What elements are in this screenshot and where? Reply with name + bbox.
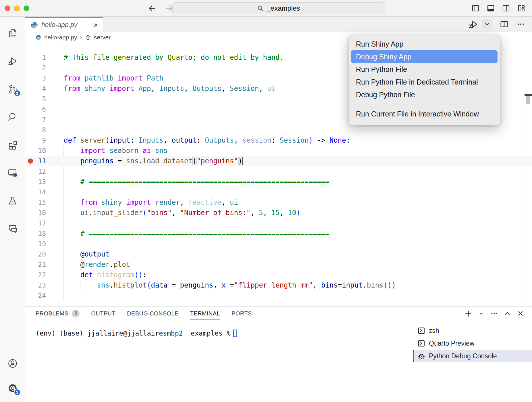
code-text: def histogram():	[64, 270, 147, 280]
menu-item[interactable]: Run Shiny App	[351, 38, 498, 50]
code-line[interactable]: 16 ui.input_slider("bins", "Number of bi…	[25, 208, 532, 218]
line-number: 19	[25, 239, 46, 249]
search-query: _examples	[267, 4, 300, 12]
explorer-icon[interactable]	[7, 28, 18, 39]
terminal-list-item[interactable]: Quarto Preview	[413, 337, 532, 350]
code-line[interactable]: 20 @output	[25, 249, 532, 259]
code-line[interactable]: 17	[25, 218, 532, 228]
close-panel-icon[interactable]	[517, 310, 524, 317]
breadcrumb-symbol[interactable]: server	[94, 34, 111, 41]
line-number: 1	[25, 52, 46, 63]
source-control-icon[interactable]: 2	[7, 84, 18, 94]
panel-tab-terminal[interactable]: TERMINAL	[190, 307, 220, 320]
code-line[interactable]: 21 @render.plot	[25, 259, 532, 270]
code-line[interactable]: 14	[25, 187, 532, 197]
menu-separator	[354, 104, 495, 104]
code-line[interactable]: 22 def histogram():	[25, 270, 532, 280]
breadcrumb-separator: ›	[80, 34, 82, 41]
minimize-window-button[interactable]	[14, 5, 20, 11]
terminal-list-label: Quarto Preview	[429, 340, 475, 347]
code-line[interactable]: 12	[25, 166, 532, 177]
python-file-icon	[30, 21, 38, 29]
terminal-dropdown-chevron-icon[interactable]	[478, 311, 484, 317]
remote-explorer-icon[interactable]	[7, 168, 18, 178]
breadcrumb-file[interactable]: hello-app.py	[44, 34, 77, 41]
toggle-panel-icon[interactable]	[487, 4, 495, 12]
panel-tab-debug-console[interactable]: DEBUG CONSOLE	[127, 307, 179, 320]
code-line[interactable]: 19	[25, 239, 532, 249]
code-text: penguins = sns.load_dataset("penguins")	[64, 156, 243, 166]
chat-icon[interactable]	[7, 223, 18, 234]
account-icon[interactable]	[7, 358, 18, 369]
code-text: from shiny import render, reactive, ui	[64, 197, 238, 208]
panel-tab-output[interactable]: OUTPUT	[91, 307, 115, 320]
breakpoint-icon[interactable]	[28, 158, 33, 164]
code-line[interactable]: 24	[25, 290, 532, 301]
run-dropdown-chevron-icon[interactable]	[482, 19, 492, 29]
split-editor-icon[interactable]	[500, 20, 508, 28]
code-text: # ======================================…	[64, 177, 329, 187]
code-text: @output	[64, 249, 109, 259]
search-icon[interactable]	[7, 112, 18, 122]
line-number: 7	[25, 114, 46, 125]
menu-item[interactable]: Debug Python File	[351, 88, 498, 101]
customize-layout-icon[interactable]	[517, 4, 525, 12]
toggle-primary-sidebar-icon[interactable]	[472, 4, 479, 12]
code-line[interactable]: 15 from shiny import render, reactive, u…	[25, 197, 532, 208]
maximize-panel-icon[interactable]	[504, 310, 511, 317]
line-number: 14	[25, 187, 46, 197]
panel-tab-ports[interactable]: PORTS	[232, 307, 252, 320]
menu-item[interactable]: Debug Shiny App	[351, 50, 498, 63]
code-text: # This file generated by Quarto; do not …	[64, 52, 284, 63]
panel-tab-bar: PROBLEMS2OUTPUTDEBUG CONSOLETERMINALPORT…	[25, 307, 532, 320]
symbol-cube-icon	[85, 35, 91, 41]
new-terminal-icon[interactable]	[464, 310, 472, 317]
terminal-icon	[417, 339, 425, 347]
code-line[interactable]: 9def server(input: Inputs, output: Outpu…	[25, 135, 532, 146]
line-number: 23	[25, 280, 46, 290]
search-icon	[257, 5, 264, 12]
terminal-output[interactable]: (env) (base) jjallaire@jjallairesmbp2 _e…	[25, 320, 413, 402]
code-text: @render.plot	[64, 259, 130, 270]
more-actions-icon[interactable]	[516, 20, 525, 28]
source-control-badge: 2	[14, 90, 21, 97]
menu-item[interactable]: Run Python File	[351, 63, 498, 76]
code-line[interactable]: 11 penguins = sns.load_dataset("penguins…	[25, 156, 532, 166]
run-or-debug-icon[interactable]	[469, 20, 478, 29]
extensions-icon[interactable]	[7, 140, 18, 150]
menu-item[interactable]: Run Current File in Interactive Window	[351, 108, 498, 120]
code-line[interactable]: 18 # ===================================…	[25, 228, 532, 239]
menu-item[interactable]: Run Python File in Dedicated Terminal	[351, 76, 498, 88]
code-text: from shiny import App, Inputs, Outputs, …	[64, 83, 275, 94]
line-number: 13	[25, 177, 46, 187]
close-window-button[interactable]	[5, 5, 10, 11]
command-center-search[interactable]: _examples	[172, 2, 385, 14]
toggle-secondary-sidebar-icon[interactable]	[502, 4, 510, 12]
line-number: 15	[25, 197, 46, 208]
code-line[interactable]: 8	[25, 125, 532, 135]
code-line[interactable]: 10 import seaborn as sns	[25, 146, 532, 156]
settings-gear-icon[interactable]: 1	[7, 383, 18, 393]
line-number: 2	[25, 63, 46, 73]
run-and-debug-icon[interactable]	[7, 56, 18, 66]
code-text: from pathlib import Path	[64, 73, 163, 83]
line-number: 18	[25, 228, 46, 239]
line-number: 9	[25, 135, 46, 146]
testing-icon[interactable]	[7, 196, 18, 206]
tab-close-icon[interactable]: ×	[94, 21, 98, 29]
panel-tab-problems[interactable]: PROBLEMS2	[36, 307, 80, 320]
editor-cursor	[242, 157, 243, 165]
back-icon[interactable]	[147, 3, 156, 13]
tab-hello-app[interactable]: hello-app.py ×	[25, 17, 103, 32]
line-number: 6	[25, 104, 46, 114]
code-text: def server(input: Inputs, output: Output…	[64, 135, 350, 146]
python-file-icon	[36, 35, 41, 40]
line-number: 22	[25, 270, 46, 280]
terminal-list-item[interactable]: zsh	[413, 324, 532, 337]
panel-more-icon[interactable]	[490, 310, 498, 317]
zoom-window-button[interactable]	[24, 5, 29, 11]
window-controls	[5, 5, 29, 11]
code-line[interactable]: 23 sns.histplot(data = penguins, x ="fli…	[25, 280, 532, 290]
terminal-list-item[interactable]: Python Debug Console	[413, 350, 532, 362]
code-line[interactable]: 13 # ===================================…	[25, 177, 532, 187]
